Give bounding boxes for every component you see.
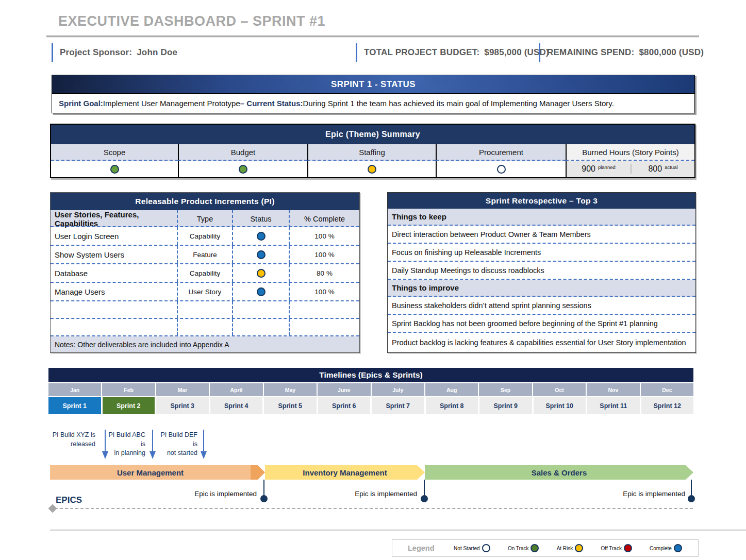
procurement-status-cell <box>436 161 566 177</box>
pi-col-header-stories: User Stories, Features, Capabilities <box>51 210 177 228</box>
budget-header: Budget <box>178 144 307 161</box>
sprint-cell: Sprint 3 <box>156 397 209 414</box>
procurement-header: Procurement <box>436 144 566 161</box>
things-to-improve-header: Things to improve <box>388 280 695 297</box>
sprint-status-block: SRPINT 1 - STATUS Sprint Goal: Implement… <box>52 75 695 113</box>
sprint-goal-label: Sprint Goal: <box>59 99 103 108</box>
epic-bar-user-management-arrowhead <box>251 465 265 480</box>
sprint-cell-next: Sprint 2 <box>103 397 155 414</box>
epic-summary-title: Epic (Theme) Summary <box>51 125 694 144</box>
at-risk-status-dot <box>575 544 583 552</box>
pi-notes-row: Notes: Other deliverables are included i… <box>51 336 359 352</box>
legend-item-on-track: On Track <box>508 544 539 552</box>
legend-item-at-risk: At Risk <box>557 544 584 552</box>
pi-row-complete: 100 % <box>289 227 359 245</box>
complete-status-dot <box>257 232 266 241</box>
pi-row-complete: 100 % <box>289 283 359 300</box>
milestone-marker <box>421 495 428 502</box>
list-item: Product backlog is lacking features & ca… <box>388 333 695 352</box>
burned-hours-values-cell: 900 planned 800 actual <box>566 161 694 177</box>
sprint-cell: Sprint 5 <box>264 397 317 414</box>
scope-header: Scope <box>51 144 178 161</box>
legend-items: Not Started On Track At Risk Off Track C… <box>445 544 698 552</box>
pi-col-header-status: Status <box>232 210 289 228</box>
staffing-status-cell <box>307 161 436 177</box>
page-title: EXECUTIVE DASHBOARD – SPRINT #1 <box>58 13 325 29</box>
milestone-line <box>263 480 264 496</box>
sprint-cell: Sprint 11 <box>587 397 640 414</box>
month-cell: Jan <box>48 383 101 396</box>
sprint-cell: Sprint 10 <box>534 397 586 414</box>
pi-row-type: Capability <box>177 227 232 245</box>
table-row-empty <box>51 301 359 319</box>
sprint-cell: Sprint 12 <box>641 397 694 414</box>
month-cell: Mar <box>156 383 209 396</box>
epics-axis-line <box>55 508 693 509</box>
project-sponsor-label: Project Sponsor: <box>60 47 132 58</box>
bottom-divider <box>50 530 746 531</box>
burned-planned-cell: 900 planned <box>567 164 631 174</box>
month-cell: Aug <box>425 383 478 396</box>
pi-row-name: User Login Screen <box>51 227 177 245</box>
pi-row-name: Database <box>51 264 177 282</box>
legend-item-not-started: Not Started <box>454 544 490 552</box>
table-row: User Login Screen Capability 100 % <box>51 227 359 246</box>
month-cell: May <box>264 383 317 396</box>
milestone-label: Epic is implemented <box>354 490 417 498</box>
month-cell: Dec <box>641 383 693 396</box>
pi-panel-title: Releasable Product Increments (PI) <box>51 193 359 210</box>
pi-row-status-cell <box>232 283 289 300</box>
pi-row-name: Manage Users <box>51 283 177 300</box>
down-arrow-icon <box>149 430 156 460</box>
not-started-status-dot <box>497 165 506 174</box>
table-row-empty <box>51 319 359 336</box>
budget-status-cell <box>178 161 307 177</box>
releasable-pi-panel: Releasable Product Increments (PI) User … <box>50 192 360 353</box>
table-row: Database Capability 80 % <box>51 264 359 283</box>
list-item: Daily Standup Meetings to discuss roadbl… <box>388 262 695 280</box>
pi-row-status-cell <box>232 227 289 245</box>
timeline-title: Timelines (Epics & Sprints) <box>48 368 693 382</box>
pi-build-annotation: PI Build DEF is not started <box>156 431 197 458</box>
complete-status-dot <box>257 250 266 259</box>
epic-bar-sales-orders: Sales & Orders <box>425 465 693 480</box>
burned-planned-suffix: planned <box>598 164 616 170</box>
scope-status-cell <box>51 161 178 177</box>
month-cell: June <box>318 383 370 396</box>
legend: Legend Not Started On Track At Risk Off … <box>392 539 699 557</box>
current-status-label: – Current Status: <box>240 99 303 108</box>
total-budget-label: TOTAL PROJECT BUDGET: <box>364 47 479 58</box>
executive-dashboard-page: EXECUTIVE DASHBOARD – SPRINT #1 Project … <box>0 0 746 560</box>
sprint-cell: Sprint 4 <box>210 397 263 414</box>
milestone-label: Epic is implemented <box>621 490 685 498</box>
list-item: Sprint Backlog has not been groomed befo… <box>388 315 695 333</box>
epic-theme-summary-panel: Epic (Theme) Summary Scope Budget Staffi… <box>50 124 695 178</box>
epic-summary-grid: Scope Budget Staffing Procurement Burned… <box>51 144 694 177</box>
pi-row-type: User Story <box>177 283 232 300</box>
pi-col-header-complete: % Complete <box>289 210 359 228</box>
list-item: Business stakeholders didn’t attend spri… <box>388 297 695 315</box>
at-risk-status-dot <box>368 165 376 174</box>
sprint-retrospective-panel: Sprint Retrospective – Top 3 Things to k… <box>387 192 696 353</box>
pi-build-annotation: PI Build XYZ is released <box>49 431 95 449</box>
milestone-marker <box>688 495 695 502</box>
month-cell: April <box>210 383 262 396</box>
staffing-header: Staffing <box>307 144 436 161</box>
month-cell: July <box>372 383 424 396</box>
burned-actual-suffix: actual <box>665 164 677 170</box>
project-sponsor-value: John Doe <box>137 47 177 58</box>
milestone-line <box>424 480 425 496</box>
on-track-status-dot <box>239 165 247 174</box>
pi-row-name: Show System Users <box>51 246 177 263</box>
timeline-sprint-row: Sprint 1 Sprint 2 Sprint 3 Sprint 4 Spri… <box>48 397 693 414</box>
month-cell: Oct <box>533 383 586 396</box>
pi-build-annotation: PI Build ABC is in planning <box>103 431 145 458</box>
pi-header-row: User Stories, Features, Capabilities Typ… <box>51 210 359 227</box>
complete-status-dot <box>257 287 266 296</box>
not-started-status-dot <box>482 544 490 552</box>
legend-item-complete: Complete <box>650 544 682 552</box>
table-row: Manage Users User Story 100 % <box>51 283 359 301</box>
current-status-text: During Sprint 1 the team has achieved it… <box>303 99 614 108</box>
milestone-marker <box>260 495 268 502</box>
remaining-spend-label: REMAINING SPEND: <box>547 47 634 58</box>
